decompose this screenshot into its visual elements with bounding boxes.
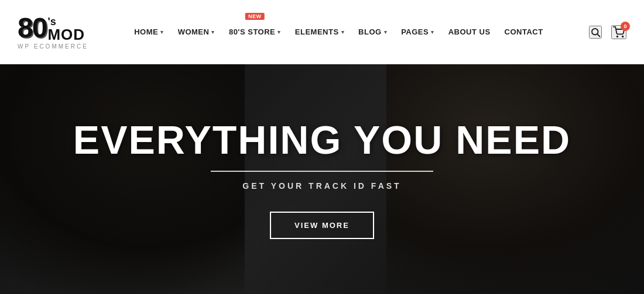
site-header: 80 's MOD WP ECOMMERCE HOME ▾ WOMEN ▾ NE…	[0, 0, 644, 64]
hero-content: EVERYTHING YOU NEED GET YOUR TRACK ID FA…	[73, 119, 571, 238]
nav-item-about[interactable]: ABOUT US	[441, 0, 498, 64]
chevron-down-icon: ▾	[278, 29, 281, 35]
cart-count-badge: 0	[621, 22, 630, 31]
logo-number: 80	[18, 14, 46, 42]
header-actions: 0	[589, 25, 626, 39]
logo-mod: MOD	[47, 27, 85, 42]
chevron-down-icon: ▾	[211, 29, 215, 35]
svg-point-3	[622, 36, 624, 37]
nav-item-home[interactable]: HOME ▾	[127, 0, 171, 64]
nav-item-contact[interactable]: CONTACT	[498, 0, 550, 64]
svg-line-1	[597, 34, 600, 36]
search-button[interactable]	[589, 26, 602, 39]
chevron-down-icon: ▾	[431, 29, 434, 35]
hero-divider	[211, 171, 433, 172]
nav-item-pages[interactable]: PAGES ▾	[394, 0, 441, 64]
chevron-down-icon: ▾	[341, 29, 345, 35]
nav-item-elements[interactable]: ELEMENTS ▾	[288, 0, 351, 64]
chevron-down-icon: ▾	[384, 29, 388, 35]
search-icon	[590, 27, 601, 37]
view-more-button[interactable]: VIEW MORE	[270, 212, 374, 239]
hero-title: EVERYTHING YOU NEED	[73, 119, 571, 161]
main-nav: HOME ▾ WOMEN ▾ NEW 80'S STORE ▾ ELEMENTS…	[127, 0, 550, 64]
site-logo[interactable]: 80 's MOD WP ECOMMERCE	[18, 14, 88, 50]
nav-item-women[interactable]: WOMEN ▾	[171, 0, 222, 64]
nav-item-blog[interactable]: BLOG ▾	[351, 0, 394, 64]
logo-subtext: WP ECOMMERCE	[18, 43, 88, 50]
cart-button[interactable]: 0	[611, 25, 626, 39]
new-badge: NEW	[245, 13, 265, 20]
svg-point-2	[617, 36, 618, 37]
nav-item-store[interactable]: NEW 80'S STORE ▾	[222, 0, 288, 64]
hero-section: EVERYTHING YOU NEED GET YOUR TRACK ID FA…	[0, 64, 644, 294]
chevron-down-icon: ▾	[160, 29, 164, 35]
hero-subtitle: GET YOUR TRACK ID FAST	[242, 181, 401, 191]
